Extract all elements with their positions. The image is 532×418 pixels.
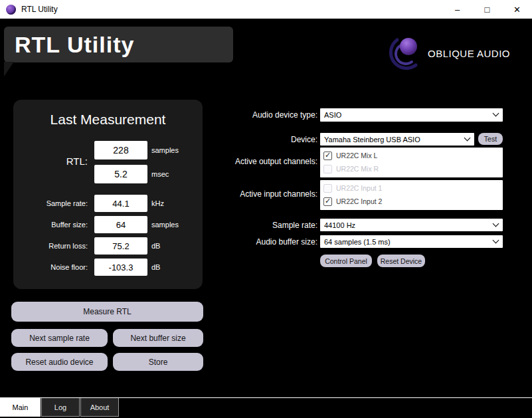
sample-rate-unit: kHz: [151, 195, 164, 212]
title-bar: RTL Utility – □ ✕: [0, 0, 532, 19]
return-loss-value: 75.2: [94, 237, 147, 255]
input-channel-row[interactable]: UR22C Input 2: [320, 195, 503, 208]
channel-label: UR22C Mix L: [336, 152, 377, 159]
rtl-label: RTL:: [13, 152, 88, 171]
audio-device-type-value: ASIO: [324, 111, 341, 119]
device-label: Device:: [199, 135, 317, 144]
last-measurement-card: Last Measurement RTL: 228 samples 5.2 ms…: [13, 100, 203, 289]
output-channels-list[interactable]: UR22C Mix L UR22C Mix R: [320, 148, 503, 177]
checkbox-icon[interactable]: [323, 184, 332, 193]
rtl-utility-window: RTL Utility – □ ✕ RTL Utility OBLIQUE AU…: [0, 0, 532, 418]
chevron-down-icon: [493, 220, 499, 227]
app-header-banner: RTL Utility: [4, 27, 233, 62]
buffer-size-unit: samples: [151, 216, 179, 233]
input-channels-list[interactable]: UR22C Input 1 UR22C Input 2: [320, 180, 503, 210]
checkbox-icon[interactable]: [323, 165, 332, 173]
maximize-button[interactable]: □: [472, 0, 502, 19]
tab-about[interactable]: About: [80, 398, 119, 417]
rtl-msec-value: 5.2: [94, 165, 147, 183]
tab-bar: Main Log About: [0, 397, 532, 417]
sample-rate-select-value: 44100 Hz: [324, 221, 355, 229]
channel-label: UR22C Input 1: [336, 184, 382, 192]
oblique-audio-logo: OBLIQUE AUDIO: [388, 35, 510, 72]
noise-floor-value: -103.3: [94, 259, 147, 276]
device-select[interactable]: Yamaha Steinberg USB ASIO: [320, 133, 474, 146]
page-title: RTL Utility: [15, 32, 134, 58]
app-icon: [6, 5, 16, 15]
next-sample-rate-button[interactable]: Next sample rate: [11, 329, 108, 347]
chevron-down-icon: [493, 237, 499, 243]
banner-fold-decoration: [4, 62, 14, 76]
audio-buffer-size-select[interactable]: 64 samples (1.5 ms): [320, 235, 503, 248]
tab-main[interactable]: Main: [0, 398, 41, 417]
sample-rate-label: Sample rate:: [13, 195, 88, 212]
rtl-msec-unit: msec: [151, 165, 169, 183]
output-channel-row[interactable]: UR22C Mix R: [320, 162, 503, 175]
tab-log[interactable]: Log: [41, 398, 80, 417]
audio-buffer-size-label: Audio buffer size:: [199, 237, 317, 247]
active-input-channels-label: Active input channels:: [199, 189, 317, 199]
buffer-size-value: 64: [94, 216, 147, 233]
store-button[interactable]: Store: [113, 353, 203, 371]
sample-rate-select-label: Sample rate:: [199, 221, 317, 230]
return-loss-unit: dB: [151, 237, 160, 255]
test-button[interactable]: Test: [478, 133, 503, 145]
checkbox-icon[interactable]: [323, 197, 332, 206]
sample-rate-value: 44.1: [94, 195, 147, 212]
minimize-button[interactable]: –: [442, 0, 472, 19]
rtl-samples-value: 228: [94, 141, 147, 159]
chevron-down-icon: [493, 110, 499, 117]
noise-floor-unit: dB: [151, 259, 160, 276]
return-loss-label: Return loss:: [13, 237, 88, 255]
reset-device-button[interactable]: Reset Device: [377, 255, 425, 267]
rtl-samples-unit: samples: [151, 142, 179, 159]
reset-audio-device-button[interactable]: Reset audio device: [11, 353, 108, 371]
next-buffer-size-button[interactable]: Next buffer size: [113, 329, 203, 347]
channel-label: UR22C Mix R: [336, 165, 379, 173]
control-panel-button[interactable]: Control Panel: [320, 255, 372, 267]
input-channel-row[interactable]: UR22C Input 1: [320, 181, 503, 195]
buffer-size-label: Buffer size:: [13, 216, 88, 233]
window-controls: – □ ✕: [442, 0, 532, 19]
chevron-down-icon: [464, 134, 471, 141]
brand-name: OBLIQUE AUDIO: [428, 48, 510, 59]
sample-rate-select[interactable]: 44100 Hz: [320, 219, 503, 231]
channel-label: UR22C Input 2: [336, 197, 382, 205]
active-output-channels-label: Active output channels:: [199, 157, 317, 166]
audio-device-type-select[interactable]: ASIO: [320, 108, 503, 122]
close-button[interactable]: ✕: [502, 0, 532, 19]
audio-buffer-size-value: 64 samples (1.5 ms): [324, 238, 391, 246]
oblique-audio-logo-icon: [388, 35, 424, 72]
device-value: Yamaha Steinberg USB ASIO: [324, 136, 420, 144]
checkbox-icon[interactable]: [323, 152, 332, 160]
measurement-title: Last Measurement: [13, 112, 203, 128]
noise-floor-label: Noise floor:: [13, 259, 88, 276]
window-title: RTL Utility: [21, 5, 58, 14]
output-channel-row[interactable]: UR22C Mix L: [320, 149, 503, 162]
audio-device-type-label: Audio device type:: [199, 110, 317, 120]
measure-rtl-button[interactable]: Measure RTL: [11, 302, 203, 322]
